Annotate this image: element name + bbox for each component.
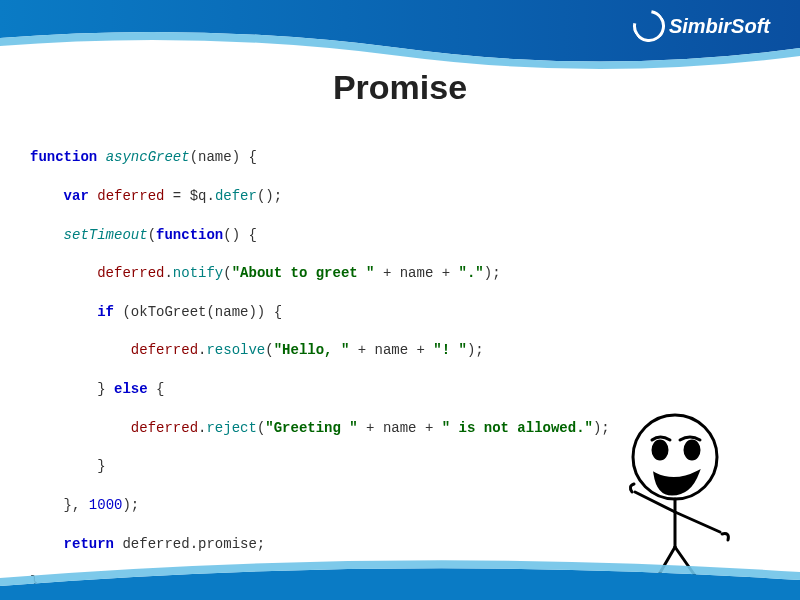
meme-face-icon [580,402,750,592]
code-line: function asyncGreet(name) { [30,148,770,167]
code-line: } else { [30,380,770,399]
code-line: if (okToGreet(name)) { [30,303,770,322]
logo-text: SimbirSoft [669,15,770,38]
svg-point-2 [685,441,699,459]
code-line: var deferred = $q.defer(); [30,187,770,206]
code-line: setTimeout(function() { [30,226,770,245]
code-line: deferred.resolve("Hello, " + name + "! "… [30,341,770,360]
code-line: deferred.notify("About to greet " + name… [30,264,770,283]
svg-point-1 [653,441,667,459]
logo-arc-icon [627,4,672,49]
logo: SimbirSoft [633,10,770,42]
page-title: Promise [0,68,800,107]
